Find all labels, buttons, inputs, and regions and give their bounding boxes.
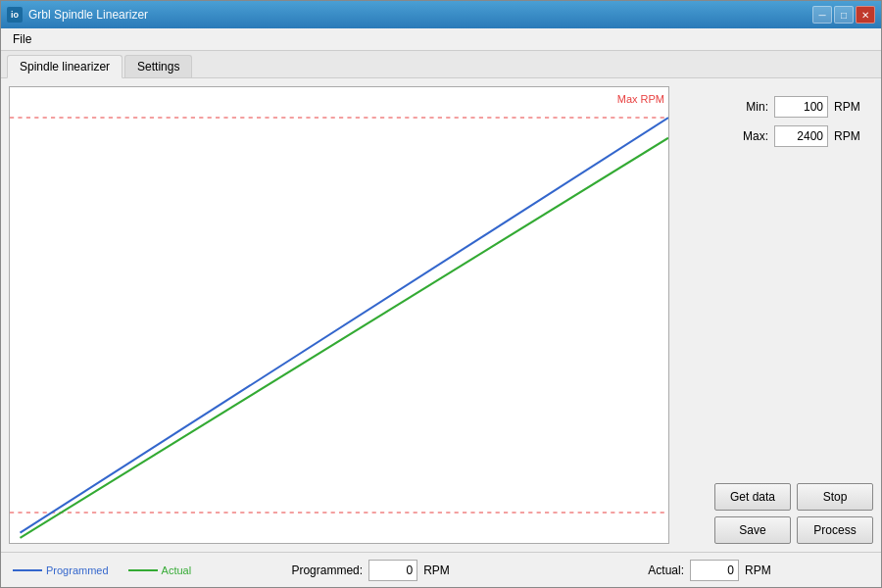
window-controls: ─ □ ✕ <box>812 6 875 24</box>
status-bar: Programmed Actual Programmed: RPM Actual… <box>1 552 881 587</box>
save-button[interactable]: Save <box>714 516 791 544</box>
main-content: Max RPM Min: RPM Max: RPM <box>1 78 881 552</box>
actual-rpm-label: Actual: <box>648 564 684 577</box>
stop-button[interactable]: Stop <box>797 483 873 511</box>
programmed-legend-label: Programmed <box>46 564 109 576</box>
window-title: Grbl Spindle Linearizer <box>28 8 807 22</box>
programmed-rpm-label: Programmed: <box>291 564 363 577</box>
min-rpm-row: Min: RPM <box>687 96 863 118</box>
tab-settings[interactable]: Settings <box>124 55 192 77</box>
programmed-rpm-field: Programmed: RPM <box>211 560 530 581</box>
programmed-rpm-unit: RPM <box>423 564 450 577</box>
process-button[interactable]: Process <box>797 516 873 544</box>
top-btn-row: Get data Stop <box>677 483 873 511</box>
max-rpm-unit: RPM <box>834 129 863 143</box>
tab-bar: Spindle linearizer Settings <box>1 51 881 78</box>
actual-rpm-field: Actual: RPM <box>550 560 869 581</box>
actual-rpm-value[interactable] <box>690 560 739 581</box>
svg-line-3 <box>21 138 669 538</box>
min-rpm-label: Min: <box>746 100 768 114</box>
actual-rpm-unit: RPM <box>745 564 771 577</box>
max-rpm-row: Max: RPM <box>687 125 863 147</box>
maximize-button[interactable]: □ <box>834 6 854 24</box>
rpm-config: Min: RPM Max: RPM <box>677 86 873 157</box>
actual-legend-label: Actual <box>162 564 192 576</box>
programmed-legend-color <box>13 569 42 571</box>
chart-svg <box>10 87 668 543</box>
programmed-legend-item: Programmed <box>13 564 109 576</box>
minimize-button[interactable]: ─ <box>812 6 832 24</box>
menu-bar: File <box>1 28 881 51</box>
get-data-button[interactable]: Get data <box>714 483 791 511</box>
programmed-rpm-value[interactable] <box>368 560 417 581</box>
tab-spindle-linearizer[interactable]: Spindle linearizer <box>7 55 122 78</box>
max-rpm-chart-label: Max RPM <box>617 93 664 105</box>
max-rpm-input[interactable] <box>774 125 828 147</box>
actual-legend-color <box>128 569 158 571</box>
title-bar: io Grbl Spindle Linearizer ─ □ ✕ <box>1 1 881 28</box>
min-rpm-unit: RPM <box>834 100 863 114</box>
actual-legend-item: Actual <box>128 564 192 576</box>
svg-line-2 <box>21 118 669 533</box>
main-window: io Grbl Spindle Linearizer ─ □ ✕ File Sp… <box>0 0 882 588</box>
bottom-btn-row: Save Process <box>677 516 873 544</box>
min-rpm-input[interactable] <box>774 96 828 118</box>
right-panel: Min: RPM Max: RPM Get data Stop Sa <box>677 86 873 544</box>
close-button[interactable]: ✕ <box>856 6 875 24</box>
file-menu[interactable]: File <box>5 30 39 48</box>
max-rpm-label: Max: <box>743 129 768 143</box>
action-buttons: Get data Stop Save Process <box>677 483 873 544</box>
chart-container: Max RPM <box>9 86 669 544</box>
app-icon: io <box>7 7 23 23</box>
